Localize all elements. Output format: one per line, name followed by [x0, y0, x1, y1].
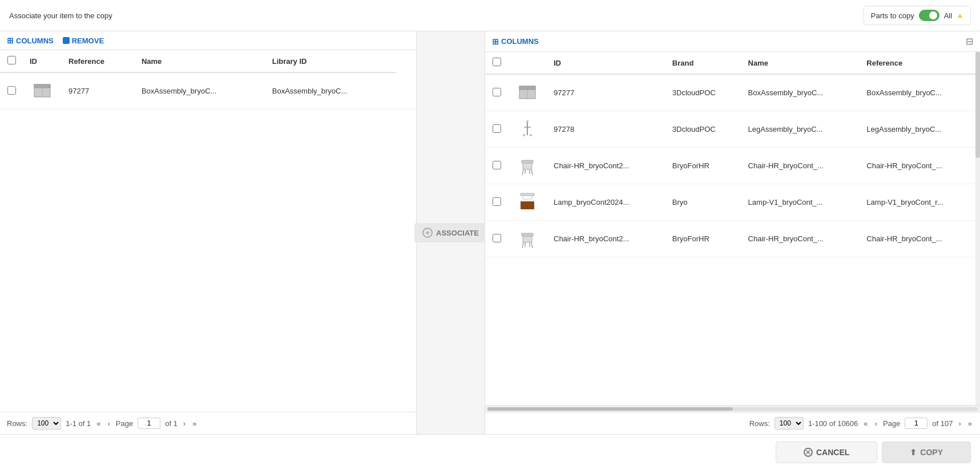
- right-toolbar: ⊞ COLUMNS ⊟: [485, 31, 980, 52]
- left-row-name: BoxAssembly_bryoC...: [265, 72, 396, 110]
- left-row-id: 97277: [62, 72, 135, 110]
- right-row-thumb: [508, 111, 547, 148]
- right-row-reference: Lamp-V1_bryoCont_r...: [860, 184, 980, 221]
- left-toolbar: ⊞ COLUMNS REMOVE: [0, 31, 416, 50]
- remove-icon: [63, 37, 70, 44]
- svg-rect-11: [523, 163, 532, 169]
- horizontal-scrollbar[interactable]: [485, 405, 980, 412]
- left-rows-select[interactable]: 100: [32, 417, 61, 430]
- left-last-page-btn[interactable]: »: [191, 419, 197, 428]
- right-row-name: BoxAssembly_bryoC...: [741, 74, 860, 111]
- right-row-checkbox[interactable]: [493, 234, 501, 242]
- right-row-brand: BryoForHR: [666, 148, 741, 184]
- left-row-checkbox[interactable]: [7, 86, 16, 95]
- associate-column: + ASSOCIATE: [417, 31, 485, 434]
- left-page-input[interactable]: [138, 418, 160, 429]
- columns-icon: ⊞: [7, 36, 14, 45]
- left-footer: Rows: 100 1-1 of 1 « ‹ Page of 1 › »: [0, 412, 416, 434]
- svg-rect-21: [522, 233, 533, 236]
- left-row-library-id: [396, 72, 416, 110]
- left-remove-button[interactable]: REMOVE: [63, 37, 104, 45]
- table-row: 97277 BoxAssembly_bryoC... BoxAssembly_b…: [0, 72, 416, 110]
- page-title: Associate your item to the copy: [9, 11, 112, 20]
- right-row-brand: 3DcloudPOC: [666, 111, 741, 148]
- left-col-library-id: Library ID: [265, 50, 396, 72]
- filter-icon[interactable]: ⊟: [966, 36, 973, 47]
- parts-to-copy-label: Parts to copy: [871, 11, 914, 20]
- left-page-label: Page: [116, 419, 133, 428]
- right-vertical-thumb: [975, 52, 980, 158]
- right-last-page-btn[interactable]: »: [967, 419, 973, 428]
- right-row-checkbox[interactable]: [493, 161, 501, 169]
- right-col-name: Name: [741, 52, 860, 74]
- svg-rect-20: [523, 236, 532, 242]
- right-first-page-btn[interactable]: «: [862, 419, 869, 428]
- parts-toggle[interactable]: [919, 10, 939, 21]
- right-row-name: LegAssembly_bryoC...: [741, 111, 860, 148]
- copy-button[interactable]: ⬆ COPY: [882, 441, 971, 463]
- right-prev-page-btn[interactable]: ‹: [874, 419, 878, 428]
- left-first-page-btn[interactable]: «: [95, 419, 102, 428]
- bottom-bar: ✕ CANCEL ⬆ COPY: [0, 434, 980, 470]
- right-col-reference: Reference: [860, 52, 980, 74]
- svg-line-13: [522, 169, 523, 175]
- right-row-reference: BoxAssembly_bryoC...: [860, 74, 980, 111]
- right-row-thumb: [508, 184, 547, 221]
- svg-point-10: [530, 134, 532, 136]
- copy-icon: ⬆: [910, 448, 917, 457]
- left-col-name: Name: [135, 50, 265, 72]
- right-range: 1-100 of 10606: [808, 419, 858, 428]
- right-row-id: 97277: [547, 74, 666, 111]
- right-of-label: of 107: [932, 419, 953, 428]
- associate-button[interactable]: + ASSOCIATE: [414, 223, 487, 242]
- svg-rect-12: [522, 160, 533, 163]
- right-table-container: ID Brand Name Reference 97277 3DcloudPOC…: [485, 52, 980, 405]
- right-rows-select[interactable]: 100: [775, 417, 804, 430]
- left-prev-page-btn[interactable]: ‹: [106, 419, 111, 428]
- left-row-thumb: [23, 72, 62, 110]
- svg-point-8: [526, 120, 529, 123]
- right-row-thumb: [508, 148, 547, 184]
- svg-point-9: [523, 134, 525, 136]
- right-row-id: 97278: [547, 111, 666, 148]
- right-row-id: Chair-HR_bryoCont2...: [547, 221, 666, 257]
- table-row: 97278 3DcloudPOC LegAssembly_bryoC... Le…: [485, 111, 980, 148]
- associate-icon: +: [422, 228, 433, 238]
- right-row-brand: Bryo: [666, 184, 741, 221]
- left-table-container: ID Reference Name Library ID 97277 BoxAs…: [0, 50, 416, 412]
- cancel-button[interactable]: ✕ CANCEL: [776, 441, 877, 463]
- left-select-all-checkbox[interactable]: [7, 56, 16, 64]
- left-col-id: ID: [23, 50, 62, 72]
- svg-line-22: [522, 242, 523, 248]
- left-col-reference: Reference: [62, 50, 135, 72]
- left-table: ID Reference Name Library ID 97277 BoxAs…: [0, 50, 416, 110]
- scrollbar-track: [487, 407, 978, 411]
- left-columns-button[interactable]: ⊞ COLUMNS: [7, 36, 54, 45]
- all-label: All: [944, 11, 952, 20]
- right-select-all-checkbox[interactable]: [493, 58, 501, 66]
- right-columns-icon: ⊞: [492, 37, 499, 46]
- right-rows-label: Rows:: [749, 419, 770, 428]
- scrollbar-thumb: [487, 407, 733, 411]
- right-row-checkbox[interactable]: [493, 197, 501, 206]
- right-footer: Rows: 100 1-100 of 10606 « ‹ Page of 107…: [485, 412, 980, 434]
- right-row-brand: BryoForHR: [666, 221, 741, 257]
- right-row-reference: LegAssembly_bryoC...: [860, 111, 980, 148]
- right-col-brand: Brand: [666, 52, 741, 74]
- parts-to-copy-widget: Parts to copy All ▲: [864, 6, 971, 25]
- table-row: Lamp_bryoCont2024... Bryo Lamp-V1_bryoCo…: [485, 184, 980, 221]
- right-vertical-scrollbar[interactable]: [975, 52, 980, 405]
- right-row-checkbox[interactable]: [493, 88, 501, 96]
- left-row-reference: BoxAssembly_bryoC...: [135, 72, 265, 110]
- right-col-id: ID: [547, 52, 666, 74]
- table-row: 97277 3DcloudPOC BoxAssembly_bryoC... Bo…: [485, 74, 980, 111]
- right-row-checkbox[interactable]: [493, 124, 501, 133]
- right-columns-button[interactable]: ⊞ COLUMNS: [492, 37, 539, 46]
- right-table: ID Brand Name Reference 97277 3DcloudPOC…: [485, 52, 980, 257]
- left-next-page-btn[interactable]: ›: [182, 419, 187, 428]
- right-row-id: Chair-HR_bryoCont2...: [547, 148, 666, 184]
- table-row: Chair-HR_bryoCont2... BryoForHR Chair-HR…: [485, 221, 980, 257]
- right-page-input[interactable]: [905, 418, 927, 429]
- right-row-brand: 3DcloudPOC: [666, 74, 741, 111]
- right-next-page-btn[interactable]: ›: [957, 419, 962, 428]
